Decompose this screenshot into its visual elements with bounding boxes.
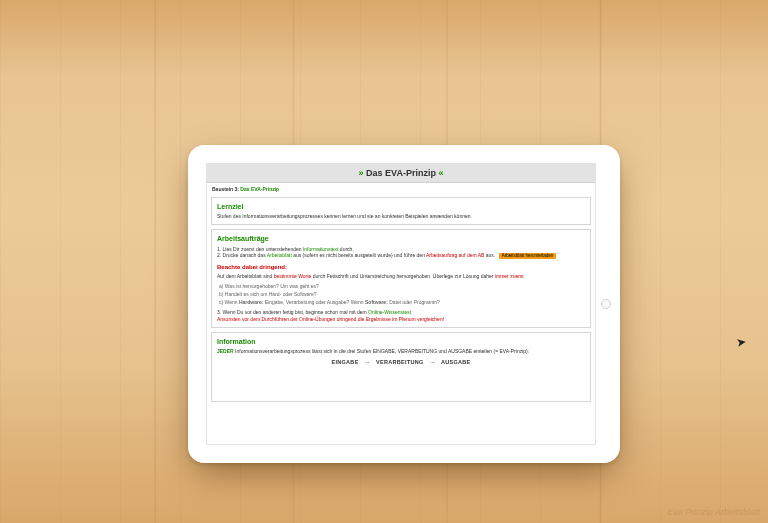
flow-verarbeitung: VERARBEITUNG — [376, 359, 424, 365]
sub-c: c) Wenn Hardware: Eingabe, Verarbeitung … — [219, 299, 585, 306]
lernziel-heading: Lernziel — [217, 202, 585, 211]
arrow-icon: → — [430, 359, 436, 365]
arbeits-item-1-post: durch. — [338, 246, 353, 252]
info-rest: Informationsverarbeitungsprozess lässt s… — [234, 348, 529, 354]
sub-c-b1: Hardware: — [239, 299, 263, 305]
info-line: JEDER Informationsverarbeitungsprozess l… — [217, 348, 585, 355]
flow-eingabe: EINGABE — [331, 359, 358, 365]
arrow-icon: → — [364, 359, 370, 365]
download-badge[interactable]: Arbeitsblatt herunterladen — [499, 253, 557, 259]
arbeits-item-3-note: Ansonsten vor dem Durchführen der Online… — [217, 316, 585, 323]
sub-b: b) Handelt es sich um Hard- oder Softwar… — [219, 291, 585, 298]
sub-a: a) Was ist hervorgehoben? Um was geht es… — [219, 283, 585, 290]
sub-c-pre: c) Wenn — [219, 299, 239, 305]
info-bold: JEDER — [217, 348, 234, 354]
title-text: Das EVA-Prinzip — [366, 168, 436, 178]
arbeits-item-2-pre: 2. Drucke danach das — [217, 252, 267, 258]
info-heading: Information — [217, 337, 585, 346]
arbeits-item-3: 3. Wenn Du vor den anderen fertig bist, … — [217, 309, 585, 316]
arbeits-item-1-link[interactable]: Informationstext — [303, 246, 339, 252]
section-information: Information JEDER Informationsverarbeitu… — [211, 332, 591, 402]
title-accent-left: » — [359, 168, 364, 178]
warn-line-red2: immer zuerst — [495, 273, 524, 279]
baustein-topic: Das EVA-Prinzip — [240, 186, 279, 192]
title-accent-right: « — [438, 168, 443, 178]
arbeits-item-2-red: Arbeitsauftrag auf dem AB — [426, 252, 484, 258]
arbeits-item-2: 2. Drucke danach das Arbeitsblatt aus (s… — [217, 252, 585, 259]
baustein-label: Baustein 3: — [212, 186, 239, 192]
document-screen: » Das EVA-Prinzip « Baustein 3: Das EVA-… — [206, 163, 596, 445]
warn-line: Auf dem Arbeitsblatt sind bestimmte Wort… — [217, 273, 585, 280]
tablet-frame: » Das EVA-Prinzip « Baustein 3: Das EVA-… — [188, 145, 620, 463]
arbeits-item-3-pre: 3. Wenn Du vor den anderen fertig bist, … — [217, 309, 368, 315]
footer-caption: Eva Prinzip Arbeitsblatt — [667, 507, 760, 517]
arbeits-heading: Arbeitsaufträge — [217, 234, 585, 243]
sub-c-b2: Software: — [365, 299, 388, 305]
cursor-icon: ➤ — [735, 334, 747, 350]
eva-flow: EINGABE → VERARBEITUNG → AUSGABE — [217, 359, 585, 366]
arbeits-item-2-mid: aus (sofern es nicht bereits ausgeteilt … — [292, 252, 426, 258]
sub-c-mid1: Eingabe, Verarbeitung oder Ausgabe? Wenn — [263, 299, 365, 305]
arbeits-item-1-pre: 1. Lies Dir zuerst den untenstehenden — [217, 246, 303, 252]
section-arbeitsauftraege: Arbeitsaufträge 1. Lies Dir zuerst den u… — [211, 229, 591, 328]
page-title: » Das EVA-Prinzip « — [207, 164, 595, 183]
warn-heading: Beachte dabei dringend: — [217, 263, 585, 271]
flow-ausgabe: AUSGABE — [441, 359, 471, 365]
tablet-home-button[interactable] — [601, 299, 611, 309]
warn-line-mid: durch Fettschrift und Unterstreichung he… — [311, 273, 494, 279]
sub-c-mid2: Datei oder Programm? — [388, 299, 440, 305]
warn-sublist: a) Was ist hervorgehoben? Um was geht es… — [217, 283, 585, 305]
warn-line-red1: bestimmte Worte — [274, 273, 312, 279]
baustein-line: Baustein 3: Das EVA-Prinzip — [212, 186, 590, 193]
section-lernziel: Lernziel Stufen des Informationsverarbei… — [211, 197, 591, 225]
arbeits-item-1: 1. Lies Dir zuerst den untenstehenden In… — [217, 246, 585, 253]
warn-line-pre: Auf dem Arbeitsblatt sind — [217, 273, 274, 279]
lernziel-text: Stufen des Informationsverarbeitungsproz… — [217, 213, 585, 220]
arbeits-item-3-link[interactable]: Online-Wissenstest — [368, 309, 411, 315]
arbeits-item-2-post: aus. — [484, 252, 495, 258]
arbeits-item-2-link[interactable]: Arbeitsblatt — [267, 252, 292, 258]
